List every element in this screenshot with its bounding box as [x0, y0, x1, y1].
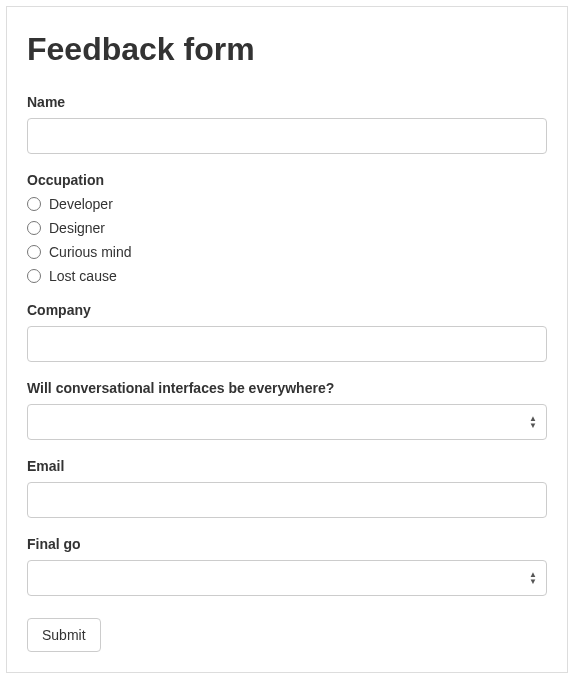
radio-item: Curious mind: [27, 244, 547, 260]
name-label: Name: [27, 94, 547, 110]
radio-label: Lost cause: [49, 268, 117, 284]
finalgo-group: Final go ▲▼: [27, 536, 547, 596]
question-label: Will conversational interfaces be everyw…: [27, 380, 547, 396]
name-input[interactable]: [27, 118, 547, 154]
submit-button[interactable]: Submit: [27, 618, 101, 652]
radio-lost-cause[interactable]: [27, 269, 41, 283]
email-label: Email: [27, 458, 547, 474]
radio-curious-mind[interactable]: [27, 245, 41, 259]
radio-label: Designer: [49, 220, 105, 236]
radio-label: Curious mind: [49, 244, 131, 260]
radio-item: Lost cause: [27, 268, 547, 284]
email-group: Email: [27, 458, 547, 518]
radio-designer[interactable]: [27, 221, 41, 235]
occupation-label: Occupation: [27, 172, 547, 188]
company-label: Company: [27, 302, 547, 318]
radio-item: Developer: [27, 196, 547, 212]
radio-label: Developer: [49, 196, 113, 212]
question-select-wrap: ▲▼: [27, 404, 547, 440]
email-input[interactable]: [27, 482, 547, 518]
occupation-group: Occupation Developer Designer Curious mi…: [27, 172, 547, 284]
form-title: Feedback form: [27, 31, 547, 68]
occupation-radio-group: Developer Designer Curious mind Lost cau…: [27, 196, 547, 284]
feedback-form-container: Feedback form Name Occupation Developer …: [6, 6, 568, 673]
radio-developer[interactable]: [27, 197, 41, 211]
finalgo-label: Final go: [27, 536, 547, 552]
finalgo-select[interactable]: [27, 560, 547, 596]
company-input[interactable]: [27, 326, 547, 362]
company-group: Company: [27, 302, 547, 362]
radio-item: Designer: [27, 220, 547, 236]
finalgo-select-wrap: ▲▼: [27, 560, 547, 596]
question-select[interactable]: [27, 404, 547, 440]
question-group: Will conversational interfaces be everyw…: [27, 380, 547, 440]
name-group: Name: [27, 94, 547, 154]
